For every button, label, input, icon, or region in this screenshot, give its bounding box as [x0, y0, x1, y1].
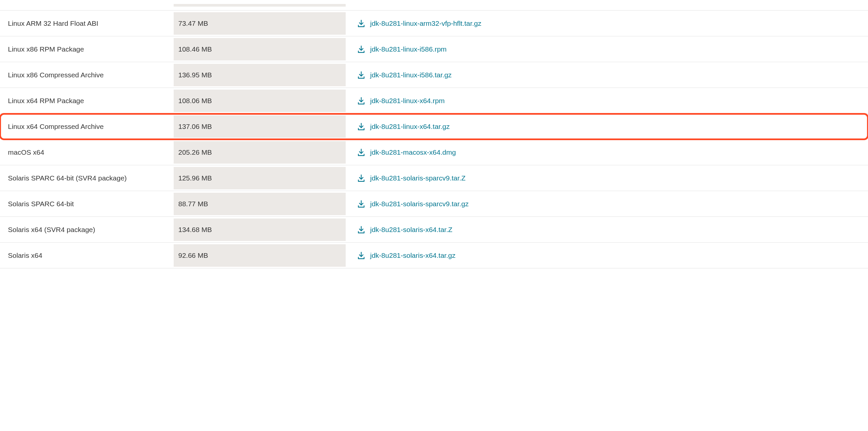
product-name: Linux x86 RPM Package: [0, 38, 174, 61]
file-size: 134.68 MB: [174, 219, 346, 241]
product-name: Solaris SPARC 64-bit (SVR4 package): [0, 167, 174, 189]
download-link[interactable]: jdk-8u281-solaris-sparcv9.tar.gz: [370, 200, 469, 208]
download-cell: jdk-8u281-solaris-sparcv9.tar.Z: [346, 167, 868, 190]
download-link[interactable]: jdk-8u281-linux-i586.rpm: [370, 45, 446, 53]
download-link[interactable]: jdk-8u281-linux-x64.rpm: [370, 97, 444, 105]
download-link[interactable]: jdk-8u281-linux-x64.tar.gz: [370, 123, 450, 131]
download-cell: jdk-8u281-linux-arm32-vfp-hflt.tar.gz: [346, 12, 868, 35]
table-row: Linux x86 Compressed Archive136.95 MB jd…: [0, 62, 868, 88]
file-size: 136.95 MB: [174, 64, 346, 86]
product-name: Solaris x64 (SVR4 package): [0, 219, 174, 241]
download-table: Linux ARM 32 Hard Float ABI73.47 MB jdk-…: [0, 0, 868, 268]
table-row: Linux x64 Compressed Archive137.06 MB jd…: [0, 114, 868, 139]
download-link[interactable]: jdk-8u281-solaris-sparcv9.tar.Z: [370, 174, 465, 182]
product-name: Linux x86 Compressed Archive: [0, 64, 174, 86]
table-row: Linux x64 RPM Package108.06 MB jdk-8u281…: [0, 88, 868, 114]
file-size: 73.47 MB: [174, 12, 346, 35]
product-name: macOS x64: [0, 141, 174, 164]
file-size: 137.06 MB: [174, 115, 346, 138]
download-icon[interactable]: [357, 45, 366, 54]
download-cell: jdk-8u281-macosx-x64.dmg: [346, 141, 868, 164]
download-icon[interactable]: [357, 200, 366, 208]
table-row: Solaris x6492.66 MB jdk-8u281-solaris-x6…: [0, 242, 868, 268]
file-size: 125.96 MB: [174, 167, 346, 189]
download-link[interactable]: jdk-8u281-linux-arm32-vfp-hflt.tar.gz: [370, 20, 481, 27]
table-row: Linux ARM 32 Hard Float ABI73.47 MB jdk-…: [0, 10, 868, 36]
download-icon[interactable]: [357, 251, 366, 260]
download-link[interactable]: jdk-8u281-solaris-x64.tar.Z: [370, 226, 453, 234]
file-size: 92.66 MB: [174, 244, 346, 267]
product-name: Linux x64 Compressed Archive: [0, 115, 174, 138]
download-link[interactable]: jdk-8u281-solaris-x64.tar.gz: [370, 252, 456, 260]
product-name: Linux x64 RPM Package: [0, 90, 174, 112]
download-cell: jdk-8u281-linux-i586.tar.gz: [346, 63, 868, 87]
download-cell: jdk-8u281-linux-i586.rpm: [346, 38, 868, 61]
download-cell: jdk-8u281-linux-x64.tar.gz: [346, 115, 868, 138]
file-size: [174, 4, 346, 7]
table-row: [0, 0, 868, 10]
download-cell: jdk-8u281-linux-x64.rpm: [346, 89, 868, 112]
download-icon[interactable]: [357, 97, 366, 105]
table-row: Solaris x64 (SVR4 package)134.68 MB jdk-…: [0, 217, 868, 242]
download-icon[interactable]: [357, 71, 366, 79]
table-row: Solaris SPARC 64-bit (SVR4 package)125.9…: [0, 165, 868, 191]
download-icon[interactable]: [357, 19, 366, 28]
product-name: Linux ARM 32 Hard Float ABI: [0, 12, 174, 35]
product-name: Solaris SPARC 64-bit: [0, 193, 174, 215]
download-icon[interactable]: [357, 148, 366, 157]
file-size: 205.26 MB: [174, 141, 346, 164]
file-size: 88.77 MB: [174, 193, 346, 215]
table-row: Solaris SPARC 64-bit88.77 MB jdk-8u281-s…: [0, 191, 868, 217]
product-name: [0, 4, 174, 7]
download-icon[interactable]: [357, 122, 366, 131]
download-icon[interactable]: [357, 174, 366, 183]
file-size: 108.46 MB: [174, 38, 346, 61]
product-name: Solaris x64: [0, 244, 174, 267]
table-row: Linux x86 RPM Package108.46 MB jdk-8u281…: [0, 36, 868, 62]
download-link[interactable]: jdk-8u281-linux-i586.tar.gz: [370, 71, 452, 79]
download-link[interactable]: jdk-8u281-macosx-x64.dmg: [370, 148, 456, 156]
download-cell: [346, 4, 868, 7]
download-cell: jdk-8u281-solaris-x64.tar.gz: [346, 244, 868, 267]
table-row: macOS x64205.26 MB jdk-8u281-macosx-x64.…: [0, 139, 868, 165]
download-cell: jdk-8u281-solaris-sparcv9.tar.gz: [346, 192, 868, 216]
download-icon[interactable]: [357, 225, 366, 234]
download-cell: jdk-8u281-solaris-x64.tar.Z: [346, 218, 868, 241]
file-size: 108.06 MB: [174, 90, 346, 112]
